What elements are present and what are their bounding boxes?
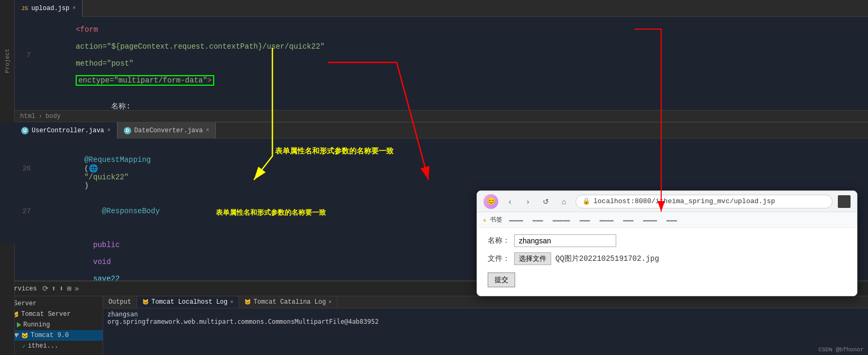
- browser-form: 名称： 文件： 选择文件 QQ图片20221025191702.jpg 提交: [477, 228, 857, 296]
- bookmark-label: 书签: [490, 215, 502, 224]
- code-line-26: 26 @RequestMapping (🌐 "/quick22" ): [15, 139, 868, 198]
- bookmark-2[interactable]: ▬▬▬: [529, 216, 546, 224]
- tab-dateconverter[interactable]: D DateConverter.java ×: [117, 122, 216, 139]
- tab-java-label: UserController.java: [32, 127, 104, 134]
- submit-row: 提交: [488, 270, 846, 287]
- name-label: 名称：: [488, 236, 510, 245]
- catalina-icon: 🐱: [244, 299, 251, 305]
- run-icon: [17, 322, 21, 327]
- tomcat-catalina-tab[interactable]: 🐱 Tomcat Catalina Log ×: [239, 296, 337, 308]
- tomcat9-label: Tomcat 9.0: [31, 332, 69, 339]
- enctype-attr: enctype="multipart/form-data">: [76, 75, 214, 86]
- breadcrumb-sep: ›: [39, 113, 42, 120]
- up-icon[interactable]: ⬆: [52, 284, 56, 293]
- bookmark-8[interactable]: ▬▬▬: [663, 216, 680, 224]
- java-icon2: D: [124, 127, 131, 134]
- output-line-2: org.springframework.web.multipart.common…: [107, 318, 864, 325]
- forward-button[interactable]: ›: [522, 195, 534, 208]
- avatar: 😊: [483, 194, 498, 209]
- file-name: QQ图片20221025191702.jpg: [555, 254, 659, 263]
- browser-popup: 😊 ‹ › ↺ ⌂ 🔒 localhost:8080/itheima_sprin…: [477, 190, 857, 296]
- line-num-7: 7: [15, 51, 36, 59]
- tab-upload-jsp[interactable]: JS upload.jsp ×: [15, 0, 83, 17]
- file-row: 文件： 选择文件 QQ图片20221025191702.jpg: [488, 252, 846, 265]
- services-tree: ⬛ Server 🐱 Tomcat Server Running 🐱 Tomca…: [0, 296, 103, 355]
- output-tab[interactable]: Output: [103, 296, 137, 308]
- more-icon[interactable]: »: [75, 285, 79, 293]
- line-num-27: 27: [15, 207, 36, 215]
- breadcrumb: html › body: [15, 110, 868, 122]
- bookmark-6[interactable]: ▬▬▬: [620, 216, 637, 224]
- tomcat9-icon: 🐱: [21, 332, 29, 339]
- jsp-code-area: 7 <form action="${pageContext.request.co…: [15, 17, 868, 122]
- breadcrumb-html: html: [20, 113, 35, 120]
- home-button[interactable]: ⌂: [558, 195, 570, 208]
- java-icon1: U: [21, 127, 29, 134]
- output-line-1: zhangsan: [107, 311, 864, 318]
- bookmark-4[interactable]: ▬▬▬: [577, 216, 593, 224]
- tab-usercontroller[interactable]: U UserController.java ×: [15, 122, 117, 139]
- java-sidebar: [0, 243, 15, 355]
- url-bar[interactable]: 🔒 localhost:8080/itheima_spring_mvc/uplo…: [575, 195, 833, 208]
- name-row: 名称：: [488, 234, 846, 247]
- refresh-icon[interactable]: ⟳: [42, 284, 49, 293]
- ithei-label: ithei...: [28, 342, 59, 350]
- tab-close-date[interactable]: ×: [206, 128, 209, 133]
- line-content-26: @RequestMapping (🌐 "/quick22" ): [44, 139, 868, 198]
- tomcat-server-item[interactable]: 🐱 Tomcat Server: [0, 309, 103, 320]
- tab-close-localhost[interactable]: ×: [230, 299, 233, 305]
- services-output: zhangsan org.springframework.web.multipa…: [103, 308, 868, 355]
- bookmark-5[interactable]: ▬▬▬▬: [596, 216, 616, 224]
- jsp-editor: Project JS upload.jsp × 7 <form action="…: [0, 0, 868, 122]
- bookmarks-bar: ★ 书签 ▬▬▬▬ ▬▬▬ ▬▬▬▬▬ ▬▬▬ ▬▬▬▬ ▬▬▬ ▬▬▬▬ ▬▬…: [477, 212, 857, 228]
- bookmark-1[interactable]: ▬▬▬▬: [506, 216, 526, 224]
- submit-button[interactable]: 提交: [488, 272, 515, 287]
- jsp-tab-bar: JS upload.jsp ×: [15, 0, 868, 17]
- avatar-emoji: 😊: [487, 197, 496, 206]
- code-line-7: 7 <form action="${pageContext.request.co…: [15, 17, 868, 93]
- server-label: Server: [14, 300, 36, 307]
- bookmark-3[interactable]: ▬▬▬▬▬: [550, 216, 573, 224]
- tab-close-icon[interactable]: ×: [72, 5, 76, 11]
- ext-icon: [838, 195, 851, 208]
- bookmark-7[interactable]: ▬▬▬▬: [640, 216, 660, 224]
- breadcrumb-body: body: [45, 113, 61, 120]
- tab-close-catalina[interactable]: ×: [328, 299, 332, 305]
- name-input[interactable]: [514, 234, 616, 247]
- back-button[interactable]: ‹: [504, 195, 516, 208]
- lock-icon: 🔒: [582, 197, 590, 205]
- star-icon: ★: [482, 215, 487, 224]
- services-content: Output 🐱 Tomcat Localhost Log × 🐱 Tomcat…: [103, 296, 868, 355]
- tomcat-localhost-label: Tomcat Localhost Log: [151, 298, 227, 306]
- artifact-icon: ✓: [22, 343, 26, 350]
- project-label: Project: [4, 49, 11, 73]
- browser-chrome: 😊 ‹ › ↺ ⌂ 🔒 localhost:8080/itheima_sprin…: [477, 191, 857, 212]
- line-content-7: <form action="${pageContext.request.cont…: [36, 17, 868, 93]
- tomcat9-item[interactable]: 🐱 Tomcat 9.0: [0, 330, 103, 341]
- tab-label: upload.jsp: [31, 5, 69, 12]
- line-num-26: 26: [15, 165, 36, 172]
- services-tabs: Output 🐱 Tomcat Localhost Log × 🐱 Tomcat…: [103, 296, 868, 308]
- output-label: Output: [108, 298, 131, 306]
- file-label: 文件：: [488, 254, 510, 263]
- services-toolbar: ⟳ ⬆ ⬇ ⊞ »: [42, 284, 79, 293]
- tab-date-label: DateConverter.java: [134, 127, 203, 134]
- tomcat-localhost-tab[interactable]: 🐱 Tomcat Localhost Log ×: [137, 296, 239, 308]
- csdn-watermark: CSDN @bfhonor: [818, 347, 864, 353]
- url-text: localhost:8080/itheima_spring_mvc/upload…: [593, 197, 775, 205]
- choose-file-button[interactable]: 选择文件: [514, 252, 551, 265]
- project-sidebar: Project: [0, 0, 15, 122]
- tomcat-server-label: Tomcat Server: [21, 311, 71, 318]
- java-tab-bar: U UserController.java × D DateConverter.…: [15, 122, 868, 139]
- tomcat-tab-icon: 🐱: [142, 299, 149, 305]
- down-icon[interactable]: ⬇: [59, 284, 63, 293]
- services-server-label: ⬛ Server: [0, 298, 103, 309]
- reload-button[interactable]: ↺: [540, 195, 552, 208]
- js-icon: JS: [21, 5, 28, 12]
- tab-close-java[interactable]: ×: [107, 128, 111, 133]
- services-body: ⬛ Server 🐱 Tomcat Server Running 🐱 Tomca…: [0, 296, 868, 355]
- ithei-item[interactable]: ✓ ithei...: [0, 341, 103, 351]
- running-item[interactable]: Running: [0, 320, 103, 330]
- grid-icon[interactable]: ⊞: [67, 284, 71, 293]
- running-label: Running: [23, 321, 50, 329]
